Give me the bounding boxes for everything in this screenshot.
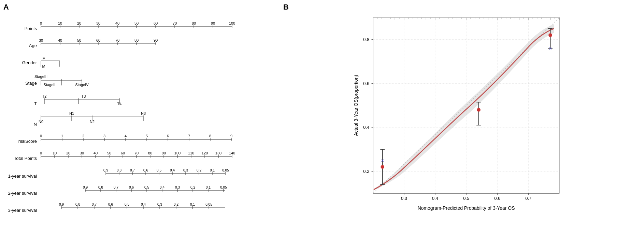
label-points: Points <box>25 26 37 31</box>
tick-label: 0.2 <box>197 168 201 172</box>
main-container: A Points Age Gender Stage T N riskScore … <box>0 0 644 233</box>
x-tick-label: 0.6 <box>494 196 500 201</box>
tick-label: 0.5 <box>144 186 149 189</box>
tick-label: 90 <box>211 21 215 25</box>
tick-label: 60 <box>121 151 125 155</box>
tick-label: 0.1 <box>206 186 211 189</box>
n3: N3 <box>141 111 146 115</box>
tick-label: 100 <box>174 151 181 155</box>
tick-label: 100 <box>229 21 235 25</box>
tick-label: 0.05 <box>222 168 229 172</box>
tick-label: 0.9 <box>103 168 108 172</box>
gender-m: M <box>42 64 45 68</box>
tick-label: 40 <box>94 151 98 155</box>
tick-label: 70 <box>115 38 119 42</box>
label-n: N <box>34 122 37 127</box>
label-1yr: 1-year survival <box>8 174 37 179</box>
tick-label: 40 <box>58 38 62 42</box>
tick-label: 0.4 <box>141 203 146 206</box>
n1: N1 <box>69 111 74 115</box>
tick-label: 0.4 <box>160 186 164 189</box>
tick-label: 0 <box>40 151 42 155</box>
tick-label: 0.8 <box>98 186 103 189</box>
tick-label: 0.5 <box>157 168 161 172</box>
x-tick-label: 0.4 <box>432 196 438 201</box>
tick-label: 0 <box>40 21 42 25</box>
tick-label: 9 <box>230 134 232 138</box>
tick-label: 70 <box>173 21 177 25</box>
tick-label: 2 <box>82 134 84 138</box>
data-point-1 <box>381 165 384 169</box>
tick-label: 70 <box>134 151 139 155</box>
tick-label: 80 <box>148 151 152 155</box>
tick-label: 0.3 <box>183 168 188 172</box>
tick-label: 0.7 <box>92 203 97 206</box>
tick-label: 0.8 <box>117 168 121 172</box>
tick-label: 50 <box>107 151 111 155</box>
calibration-svg: 0.2 0.4 0.6 0.8 0.3 0.4 0.5 0.6 0.7 <box>297 10 625 215</box>
cross-point-1: × <box>381 157 384 163</box>
panel-a: A Points Age Gender Stage T N riskScore … <box>0 0 280 233</box>
panel-b-label: B <box>283 3 289 12</box>
t3: T3 <box>82 94 86 98</box>
tick-label: 10 <box>53 151 57 155</box>
t2: T2 <box>42 94 47 98</box>
label-riskscore: riskScore <box>18 139 37 144</box>
tick-label: 60 <box>154 21 158 25</box>
label-3yr: 3-year survival <box>8 208 37 213</box>
x-tick-label: 0.5 <box>463 196 469 201</box>
stage-ii: StageII <box>44 83 56 87</box>
tick-label: 0.2 <box>174 203 178 206</box>
tick-label: 40 <box>115 21 119 25</box>
tick-label: 1 <box>61 134 63 138</box>
tick-label: 0.7 <box>114 186 118 189</box>
tick-label: 0.5 <box>125 203 129 206</box>
nomogram-svg: Points Age Gender Stage T N riskScore To… <box>0 10 280 229</box>
tick-label: 3 <box>103 134 105 138</box>
y-axis-label: Actual 3-Year OS(proportion) <box>353 75 359 136</box>
tick-label: 30 <box>39 38 43 42</box>
tick-label: 80 <box>134 38 139 42</box>
n2: N2 <box>90 120 95 124</box>
tick-label: 90 <box>162 151 166 155</box>
tick-label: 30 <box>80 151 84 155</box>
x-tick-label: 0.3 <box>401 196 407 201</box>
stage-iv: StageIV <box>75 83 89 87</box>
tick-label: 10 <box>58 21 62 25</box>
tick-label: 0.1 <box>210 168 215 172</box>
tick-label: 30 <box>96 21 100 25</box>
tick-label: 0.3 <box>175 186 180 189</box>
data-point-3 <box>548 33 552 37</box>
tick-label: 80 <box>192 21 196 25</box>
y-tick-label: 0.4 <box>363 125 369 130</box>
label-t: T <box>34 101 37 106</box>
tick-label: 110 <box>188 151 194 155</box>
tick-label: 20 <box>66 151 70 155</box>
tick-label: 6 <box>167 134 169 138</box>
tick-label: 5 <box>146 134 148 138</box>
tick-label: 60 <box>96 38 100 42</box>
label-stage: Stage <box>25 81 37 86</box>
tick-label: 0.1 <box>190 203 195 206</box>
tick-label: 4 <box>125 134 127 138</box>
tick-label: 0.2 <box>190 186 195 189</box>
stage-iii: StageIII <box>34 74 47 79</box>
tick-label: 120 <box>202 151 208 155</box>
x-axis-label: Nomogram-Predicted Probability of 3-Year… <box>418 205 515 211</box>
tick-label: 8 <box>209 134 211 138</box>
tick-label: 0.3 <box>157 203 162 206</box>
data-point-2 <box>477 108 481 112</box>
tick-label: 0.05 <box>205 203 212 206</box>
label-gender: Gender <box>22 60 37 65</box>
label-age: Age <box>29 43 37 48</box>
gender-f: F <box>43 56 45 60</box>
panel-b: B <box>280 0 644 233</box>
label-2yr: 2-year survival <box>8 191 37 196</box>
tick-label: 0.4 <box>170 168 175 172</box>
tick-label: 0 <box>40 134 42 138</box>
tick-label: 0.9 <box>59 203 64 206</box>
tick-label: 130 <box>215 151 221 155</box>
tick-label: 90 <box>154 38 158 42</box>
cross-point-3: × <box>549 45 552 51</box>
tick-label: 0.7 <box>130 168 135 172</box>
